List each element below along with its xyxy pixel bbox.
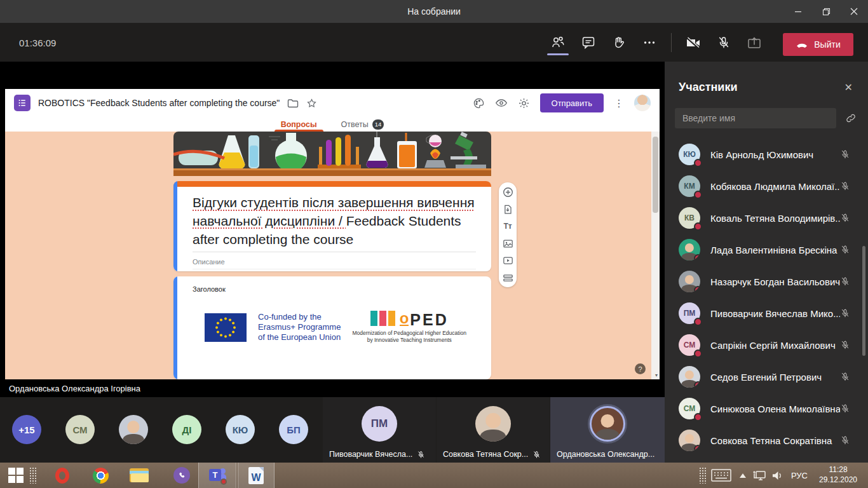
header-card-label[interactable]: Заголовок (193, 285, 478, 293)
mic-muted-icon[interactable] (840, 245, 850, 255)
tab-questions[interactable]: Вопросы (280, 117, 318, 132)
form-title-text[interactable]: Відгуки студентів після завершення вивче… (193, 194, 476, 252)
chat-button[interactable] (573, 29, 604, 57)
participant-row[interactable]: КВ Коваль Тетяна Володимирів... (665, 202, 868, 234)
window-controls (784, 0, 868, 23)
mic-muted-icon[interactable] (840, 372, 850, 382)
panel-scrollbar-thumb[interactable] (862, 246, 865, 356)
mic-muted-icon[interactable] (840, 403, 850, 414)
participant-row[interactable]: СМ Сапрікін Сергій Михайлович (665, 329, 868, 361)
avatar-initials: КЮ (683, 150, 696, 159)
mic-muted-icon[interactable] (840, 340, 850, 350)
restore-icon[interactable] (812, 0, 840, 23)
form-description-placeholder[interactable]: Описание (193, 258, 476, 269)
presence-busy-dot (694, 286, 700, 292)
add-question-icon[interactable] (502, 187, 513, 197)
share-screen-button[interactable] (739, 29, 770, 57)
tray-date: 29.12.2020 (819, 475, 857, 485)
add-video-icon[interactable] (502, 255, 513, 266)
move-to-folder-icon[interactable] (287, 98, 299, 108)
participant-row[interactable]: КЮ Ків Арнольд Юхимович (665, 139, 868, 170)
active-tab-underline (547, 53, 569, 55)
opera-taskbar-icon[interactable] (50, 463, 75, 488)
shared-screen: ROBOTICS "Feedback Students after comple… (0, 62, 665, 379)
participant-avatar[interactable]: СМ (65, 415, 95, 444)
mic-muted-icon[interactable] (840, 435, 850, 445)
language-indicator[interactable]: РУС (787, 463, 812, 488)
send-button[interactable]: Отправить (540, 93, 604, 112)
settings-gear-icon[interactable] (518, 97, 530, 109)
minimize-icon[interactable] (784, 0, 812, 23)
participant-name: Седов Евгений Петрович (710, 372, 840, 383)
participant-row[interactable]: Седов Евгений Петрович (665, 361, 868, 393)
network-tray-icon[interactable] (751, 463, 768, 488)
video-tile[interactable]: Совкова Тетяна Сокр... (437, 397, 550, 463)
forms-header-actions: Отправить ⋮ (473, 89, 651, 117)
copy-join-link-icon[interactable] (845, 112, 857, 124)
viber-taskbar-icon[interactable] (169, 463, 194, 488)
preview-eye-icon[interactable] (495, 98, 508, 107)
participant-row[interactable]: ПМ Пивоварчик Вячеслав Мико... (665, 297, 868, 329)
participant-search-input[interactable] (675, 108, 836, 128)
overflow-participants-badge[interactable]: +15 (12, 415, 41, 444)
participant-row[interactable]: СМ Синюкова Олена Миколаївна (665, 393, 868, 424)
start-button[interactable] (5, 463, 27, 488)
account-avatar[interactable] (634, 95, 651, 111)
avatar: КМ (679, 175, 700, 197)
close-panel-icon[interactable]: ✕ (844, 81, 853, 93)
chrome-taskbar-icon[interactable] (88, 463, 113, 488)
raise-hand-button[interactable] (604, 29, 634, 57)
mic-muted-icon[interactable] (840, 181, 850, 191)
google-forms-icon (14, 95, 31, 111)
language-code: РУС (791, 471, 808, 480)
close-icon[interactable] (840, 0, 868, 23)
forms-doc-title[interactable]: ROBOTICS "Feedback Students after comple… (38, 98, 280, 108)
tile-name: Ордановська Олександр... (557, 450, 654, 459)
video-tile[interactable]: ПМ Пивоварчик Вячесла... (323, 397, 436, 463)
participant-avatar[interactable]: БП (279, 415, 308, 444)
camera-off-button[interactable] (678, 29, 709, 57)
form-title-card[interactable]: Відгуки студентів після завершення вивче… (173, 181, 491, 271)
mic-off-button[interactable] (709, 29, 739, 57)
participant-row[interactable]: Назарчук Богдан Васильович (665, 266, 868, 297)
participant-row[interactable]: Лада Валентинівна Брескіна (665, 234, 868, 266)
help-button[interactable]: ? (635, 363, 646, 374)
participant-avatar[interactable]: КЮ (226, 415, 255, 444)
volume-tray-icon[interactable] (769, 463, 785, 488)
theme-color-bar (173, 181, 491, 187)
tab-answers[interactable]: Ответы 14 (340, 117, 386, 132)
word-taskbar-icon-active[interactable]: W (238, 463, 275, 488)
participant-avatar-photo[interactable] (119, 415, 148, 444)
theme-palette-icon[interactable] (473, 97, 485, 109)
import-questions-icon[interactable] (502, 204, 513, 214)
participant-row[interactable]: Совкова Тетяна Сократівна (665, 424, 868, 456)
avatar-initials: БП (287, 424, 301, 435)
show-hidden-icons-caret[interactable] (736, 463, 750, 488)
page-scrollbar[interactable]: ▾ (651, 132, 660, 379)
mic-muted-icon[interactable] (840, 213, 850, 223)
star-icon[interactable] (306, 98, 317, 109)
forms-floating-toolbar: Tт (499, 182, 517, 287)
participant-avatar[interactable]: ДІ (172, 415, 201, 444)
participant-row[interactable]: КМ Кобякова Людмила Миколаї... (665, 170, 868, 202)
avatar-photo (679, 430, 700, 451)
add-image-icon[interactable] (502, 238, 513, 248)
mic-muted-icon[interactable] (840, 276, 850, 287)
scrollbar-down-arrow[interactable]: ▾ (655, 372, 658, 378)
more-options-button[interactable] (634, 29, 665, 57)
mic-muted-icon[interactable] (840, 149, 850, 159)
touch-keyboard-icon[interactable] (709, 463, 733, 488)
file-explorer-taskbar-icon[interactable] (126, 463, 153, 488)
add-section-icon[interactable] (502, 273, 513, 283)
participants-toggle-button[interactable] (543, 29, 573, 57)
clock-tray[interactable]: 11:28 29.12.2020 (813, 463, 863, 488)
add-title-icon[interactable]: Tт (502, 221, 513, 231)
leave-meeting-button[interactable]: Выйти (783, 33, 853, 56)
forms-header: ROBOTICS "Feedback Students after comple… (5, 89, 660, 117)
more-menu-icon[interactable]: ⋮ (614, 102, 624, 105)
form-header-card[interactable]: Заголовок (173, 276, 491, 379)
mic-muted-icon[interactable] (840, 308, 850, 318)
teams-taskbar-icon-active[interactable]: T (198, 463, 236, 488)
video-tile-active-speaker[interactable]: Ордановська Олександр... (550, 397, 665, 463)
scrollbar-thumb[interactable] (653, 137, 658, 213)
